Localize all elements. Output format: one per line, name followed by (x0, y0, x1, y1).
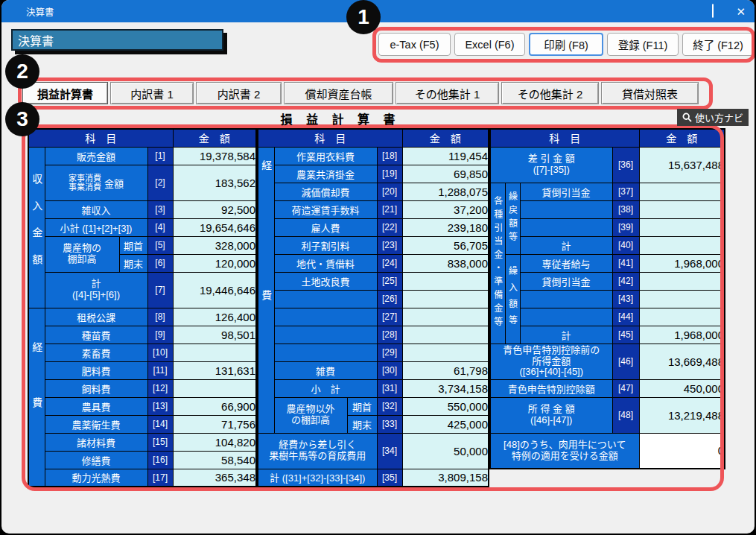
row-value[interactable]: 37,200 (402, 200, 489, 218)
row-value-special[interactable]: 0 (639, 433, 725, 469)
tab-breakdown-1[interactable]: 内訳書 1 (110, 82, 194, 104)
row-value[interactable]: 50,000 (402, 433, 489, 469)
print-button[interactable]: 印刷 (F8) (529, 33, 603, 56)
close-button[interactable]: ✕ (736, 6, 746, 17)
row-value[interactable] (639, 308, 725, 326)
row-value[interactable] (639, 272, 725, 290)
etax-button[interactable]: e-Tax (F5) (378, 33, 451, 56)
row-value[interactable]: 19,378,584 (173, 147, 256, 165)
row-label: 計 ([31]+[32]-[33]-[34]) (258, 469, 377, 487)
row-value[interactable]: 71,756 (173, 415, 256, 433)
tab-depreciation-ledger[interactable]: 償却資産台帳 (284, 82, 393, 104)
row-label: 土地改良費 (274, 272, 377, 290)
row-code: [22] (377, 218, 402, 236)
row-label (520, 218, 612, 236)
tab-other-summary-2[interactable]: その他集計 2 (501, 82, 599, 104)
tab-bar: 損益計算書 内訳書 1 内訳書 2 償却資産台帳 その他集計 1 その他集計 2… (22, 82, 699, 104)
row-value[interactable]: 183,562 (173, 165, 256, 200)
row-value[interactable]: 19,446,646 (173, 272, 256, 308)
row-value[interactable]: 3,809,158 (402, 469, 489, 487)
tab-other-summary-1[interactable]: その他集計 1 (396, 82, 499, 104)
row-value[interactable]: 61,798 (402, 361, 489, 379)
row-value[interactable]: 13,669,488 (639, 344, 725, 379)
row-code: [46] (612, 344, 639, 379)
row-value[interactable] (402, 308, 489, 326)
app-window: 決算書 ✕ 決算書 e-Tax (F5) Excel (F6) 印刷 (F8) … (1, 0, 755, 534)
row-value[interactable] (173, 379, 256, 397)
row-value[interactable] (402, 272, 489, 290)
search-icon (682, 113, 692, 122)
excel-button[interactable]: Excel (F6) (454, 33, 525, 56)
row-value[interactable]: 104,820 (173, 433, 256, 451)
row-value[interactable]: 66,900 (173, 397, 256, 415)
row-value[interactable]: 1,968,000 (639, 326, 725, 344)
row-value[interactable]: 328,000 (173, 236, 256, 254)
row-value[interactable] (639, 218, 725, 236)
row-code: [33] (377, 415, 402, 433)
row-label (520, 290, 612, 308)
row-value[interactable]: 56,705 (402, 236, 489, 254)
subsection-kuriire: 繰入額等 (505, 254, 520, 344)
row-code: [8] (147, 308, 173, 326)
section-income: 収入金額 (28, 147, 45, 308)
row-label: 小 計 (274, 379, 377, 397)
annotation-circle-3: 3 (5, 102, 39, 136)
register-button[interactable]: 登録 (F11) (607, 33, 679, 56)
row-value[interactable] (639, 236, 725, 254)
row-code: [47] (612, 379, 639, 397)
row-value[interactable]: 19,654,646 (173, 218, 256, 236)
row-value[interactable]: 838,000 (402, 254, 489, 272)
row-label: 販売金額 (45, 147, 147, 165)
col-header-amount: 金 額 (173, 129, 256, 147)
maximize-button[interactable] (712, 4, 714, 18)
row-value[interactable]: 239,180 (402, 218, 489, 236)
col-header-item: 科 目 (28, 129, 173, 147)
row-label: 計 (520, 236, 612, 254)
row-value[interactable] (639, 200, 725, 218)
row-value[interactable]: 69,850 (402, 165, 489, 183)
row-value[interactable] (402, 326, 489, 344)
tab-breakdown-2[interactable]: 内訳書 2 (196, 82, 282, 104)
row-value[interactable]: 365,348 (173, 469, 256, 487)
row-value[interactable]: 131,631 (173, 361, 256, 379)
row-value[interactable]: 98,501 (173, 326, 256, 344)
row-value[interactable]: 92,500 (173, 200, 256, 218)
row-label: 雇人費 (274, 218, 377, 236)
row-value[interactable]: 550,000 (402, 397, 489, 415)
row-value[interactable]: 3,734,158 (402, 379, 489, 397)
row-value[interactable] (173, 344, 256, 361)
row-value[interactable] (639, 290, 725, 308)
row-label: 雑収入 (45, 200, 147, 218)
row-code: [31] (377, 379, 402, 397)
row-value[interactable] (402, 344, 489, 361)
row-value[interactable]: 1,968,000 (639, 254, 725, 272)
row-label: 雑費 (274, 361, 377, 379)
row-label: 修繕費 (45, 451, 147, 469)
row-label: 貸倒引当金 (520, 183, 612, 200)
row-label: 計 ([4]-[5]+[6]) (45, 272, 147, 308)
annotation-circle-1: 1 (346, 0, 381, 34)
row-value[interactable]: 1,288,075 (402, 183, 489, 200)
usage-navi-button[interactable]: 使い方ナビ (677, 109, 749, 126)
row-code: [35] (377, 469, 402, 487)
table-middle-group: 科 目 金 額 経費 作業用衣料費 [18] 119,454 農業共済掛金[19… (257, 128, 489, 487)
row-code: [2] (147, 165, 173, 200)
row-value[interactable]: 120,000 (173, 254, 256, 272)
row-value[interactable]: 13,219,488 (639, 397, 725, 433)
tab-profit-loss[interactable]: 損益計算書 (22, 82, 108, 104)
row-code: [11] (147, 361, 173, 379)
row-value[interactable]: 119,454 (402, 147, 489, 165)
exit-button[interactable]: 終了 (F12) (682, 33, 754, 56)
row-value[interactable]: 58,540 (173, 451, 256, 469)
tab-balance-sheet[interactable]: 貸借対照表 (601, 82, 699, 104)
row-value[interactable]: 450,000 (639, 379, 725, 397)
row-value[interactable]: 15,637,488 (639, 147, 725, 183)
table-left-group: 科 目 金 額 収入金額 販売金額 [1] 19,378,584 家事消費 事業… (28, 128, 257, 487)
row-sublabel: 期末 (347, 415, 377, 433)
row-value[interactable]: 126,400 (173, 308, 256, 326)
row-value[interactable]: 425,000 (402, 415, 489, 433)
row-value[interactable] (639, 183, 725, 200)
profit-loss-table: 科 目 金 額 収入金額 販売金額 [1] 19,378,584 家事消費 事業… (28, 128, 725, 487)
row-code: [29] (377, 344, 402, 361)
row-value[interactable] (402, 290, 489, 308)
